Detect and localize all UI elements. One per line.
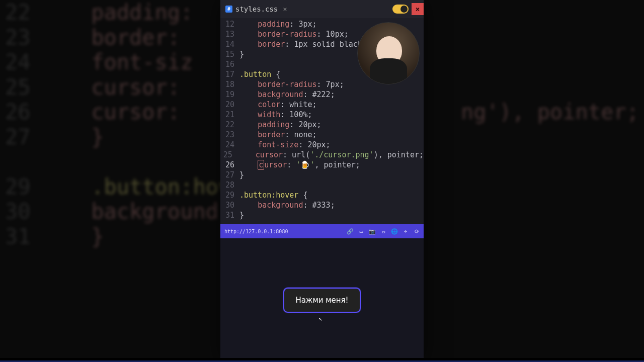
- code-content: width: 100%;: [239, 110, 312, 120]
- line-number: 31: [220, 210, 239, 220]
- code-content: padding: 3px;: [239, 19, 317, 29]
- code-content: }: [239, 49, 244, 59]
- code-content: .button {: [239, 69, 280, 79]
- globe-icon[interactable]: 🌐: [391, 228, 397, 234]
- code-content: cursor: url('./cursor.png'), pointer;: [237, 150, 424, 160]
- editor-tabbar: # styles.css × ×: [220, 0, 424, 18]
- target-icon[interactable]: ⌖: [403, 228, 409, 234]
- device-icon[interactable]: ▭: [358, 228, 364, 234]
- code-line[interactable]: 24 font-size: 20px;: [220, 140, 424, 150]
- code-line[interactable]: 21 width: 100%;: [220, 110, 424, 120]
- line-number: 17: [220, 69, 239, 79]
- code-line[interactable]: 26 cursor: '🍺', pointer;: [220, 160, 424, 170]
- preview-icon-group: 🔗▭📷✉🌐⌖⟳: [347, 228, 420, 234]
- line-number: 12: [220, 19, 239, 29]
- line-number: 27: [220, 170, 239, 180]
- code-content: }: [239, 170, 244, 180]
- code-content: border-radius: 10px;: [239, 29, 349, 39]
- line-number: 23: [220, 130, 239, 140]
- demo-button[interactable]: Нажми меня!: [283, 288, 360, 313]
- line-number: 24: [220, 140, 239, 150]
- line-number: 30: [220, 200, 239, 210]
- line-number: 26: [220, 160, 239, 170]
- code-content: border: none;: [239, 130, 317, 140]
- code-line[interactable]: 22 padding: 20px;: [220, 120, 424, 130]
- code-content: .button:hover {: [239, 190, 307, 200]
- sync-icon[interactable]: ⟳: [414, 228, 420, 234]
- line-number: 25: [220, 150, 237, 160]
- window-close-button[interactable]: ×: [412, 3, 424, 15]
- code-line[interactable]: 31}: [220, 210, 424, 220]
- line-number: 29: [220, 190, 239, 200]
- line-number: 18: [220, 79, 239, 89]
- line-number: 13: [220, 29, 239, 39]
- line-number: 14: [220, 39, 239, 49]
- code-line[interactable]: 28: [220, 180, 424, 190]
- line-number: 19: [220, 89, 239, 100]
- preview-url[interactable]: http://127.0.0.1:8080: [224, 229, 343, 234]
- preview-toolbar: http://127.0.0.1:8080 🔗▭📷✉🌐⌖⟳: [220, 224, 424, 238]
- code-line[interactable]: 20 color: white;: [220, 100, 424, 110]
- camera-icon[interactable]: 📷: [369, 228, 375, 234]
- line-number: 20: [220, 100, 239, 110]
- code-content: background: #222;: [239, 89, 335, 100]
- code-line[interactable]: 27}: [220, 170, 424, 180]
- code-line[interactable]: 29.button:hover {: [220, 190, 424, 200]
- editor-preview-column: # styles.css × × 12 padding: 3px;13 bord…: [220, 0, 424, 362]
- webcam-overlay: [357, 22, 420, 84]
- mouse-pointer-icon: ↖: [318, 315, 323, 322]
- link-icon[interactable]: 🔗: [347, 228, 353, 234]
- code-content: color: white;: [239, 100, 317, 110]
- line-number: 21: [220, 110, 239, 120]
- code-line[interactable]: 19 background: #222;: [220, 89, 424, 100]
- code-line[interactable]: 25 cursor: url('./cursor.png'), pointer;: [220, 150, 424, 160]
- preview-viewport: Нажми меня! ↖: [220, 238, 424, 362]
- code-content: font-size: 20px;: [239, 140, 331, 150]
- theme-toggle[interactable]: [392, 5, 409, 14]
- line-number: 28: [220, 180, 239, 190]
- code-line[interactable]: 30 background: #333;: [220, 200, 424, 210]
- line-number: 16: [220, 59, 239, 69]
- mail-icon[interactable]: ✉: [380, 228, 386, 234]
- code-content: background: #333;: [239, 200, 335, 210]
- code-line[interactable]: 23 border: none;: [220, 130, 424, 140]
- code-content: }: [239, 210, 244, 220]
- close-icon: ×: [416, 5, 420, 13]
- code-content: padding: 20px;: [239, 120, 321, 130]
- css-file-icon: #: [225, 6, 232, 13]
- file-tab-label: styles.css: [235, 5, 278, 13]
- file-tab[interactable]: # styles.css ×: [220, 0, 292, 18]
- code-content: border: 1px solid black;: [239, 39, 367, 49]
- code-content: cursor: '🍺', pointer;: [239, 160, 360, 170]
- tab-close-icon[interactable]: ×: [283, 5, 287, 13]
- line-number: 22: [220, 120, 239, 130]
- code-content: border-radius: 7px;: [239, 79, 344, 89]
- line-number: 15: [220, 49, 239, 59]
